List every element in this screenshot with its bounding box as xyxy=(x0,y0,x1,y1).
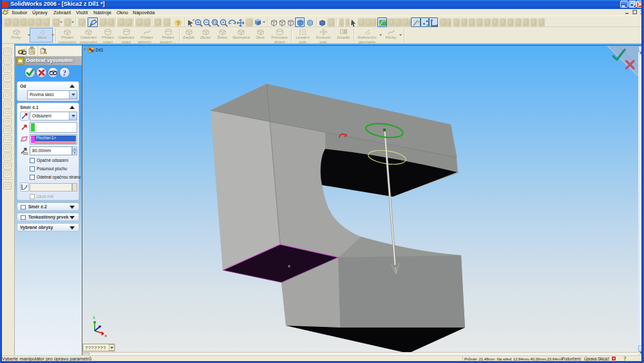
svg-text:?: ? xyxy=(176,20,180,26)
svg-text:Díl1: Díl1 xyxy=(96,48,104,52)
svg-text:?: ? xyxy=(623,355,627,361)
svg-text:???????: ??????? xyxy=(85,345,106,351)
svg-text:D1: D1 xyxy=(23,152,28,155)
svg-text:?: ? xyxy=(62,68,66,77)
